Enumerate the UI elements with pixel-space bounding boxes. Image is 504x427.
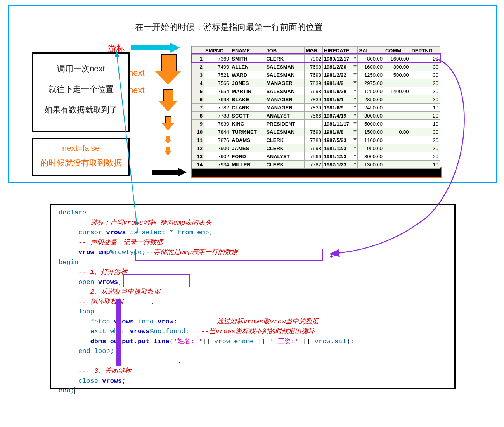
- cell: 950.00: [358, 144, 384, 152]
- cell: 1981/4/2: [322, 79, 358, 87]
- cell: SALESMAN: [265, 87, 305, 95]
- cell: 30: [410, 128, 440, 136]
- cell: 7788: [204, 112, 230, 120]
- table-row: 87788SCOTTANALYST75661987/4/193000.0020: [192, 112, 440, 120]
- arrow-orange-small-icon: [162, 116, 174, 131]
- ident-sal: vrow.sal: [315, 338, 346, 345]
- cell: SALESMAN: [265, 128, 305, 136]
- blue-underline: [176, 239, 272, 239]
- col-header: [192, 47, 204, 55]
- col-header: COMM: [384, 47, 410, 55]
- cell: 7839: [204, 120, 230, 128]
- arrow-orange-large-icon: [154, 54, 182, 85]
- cell: 7566: [204, 79, 230, 87]
- cell: MILLER: [230, 161, 265, 169]
- cell: 7844: [204, 128, 230, 136]
- cell: BLAKE: [230, 95, 265, 104]
- cell: 1981/5/1: [322, 95, 358, 104]
- cell: [384, 104, 410, 112]
- cell: 7698: [305, 63, 323, 71]
- table-row: 17369SMITHCLERK79021980/12/17800.001600.…: [192, 55, 440, 63]
- cell: CLERK: [265, 55, 305, 63]
- cell: 30: [410, 63, 440, 71]
- cell: 1500.00: [358, 128, 384, 136]
- cell: 1250.00: [358, 87, 384, 95]
- cell: [384, 152, 410, 161]
- cell: 1981/9/28: [322, 87, 358, 95]
- cell: FORD: [230, 152, 265, 161]
- cell: 2975.00: [358, 79, 384, 87]
- string: ' 工资:': [270, 338, 299, 345]
- cell: 7839: [305, 104, 323, 112]
- cell: 1600.00: [384, 55, 410, 63]
- table-row: 107844TUR%NETSALESMAN76981981/9/81500.00…: [192, 128, 440, 136]
- cell: 1981/11/17: [322, 120, 358, 128]
- col-header: HIREDATE: [322, 47, 358, 55]
- code-comment: -- 游标：声明vrows游标 指向emp表的表头: [78, 219, 211, 226]
- cell: 7566: [305, 152, 323, 161]
- purple-code-box-1: [135, 249, 323, 261]
- cell: ANALYST: [265, 152, 305, 161]
- cell: 7902: [305, 55, 323, 63]
- cell: 7: [192, 104, 204, 112]
- cell: 1980/12/17: [322, 55, 358, 63]
- cell: 20: [410, 55, 440, 63]
- cell: SCOTT: [230, 112, 265, 120]
- table-row: 97839KINGPRESIDENT1981/11/175000.0010: [192, 120, 440, 128]
- cell: KING: [230, 120, 265, 128]
- ident-vrow: vrow: [158, 318, 173, 325]
- ident-emp: emp: [98, 249, 110, 256]
- cell: 8: [192, 112, 204, 120]
- cell: 14: [192, 161, 204, 169]
- cell: 1987/5/23: [322, 136, 358, 144]
- emp-table: EMPNOENAMEJOBMGRHIREDATESALCOMMDEPTNO173…: [191, 46, 440, 169]
- table-row: 137902FORDANALYST75661981/12/33000.0020: [192, 152, 440, 161]
- cell: 7369: [204, 55, 230, 63]
- semi: ;: [118, 278, 122, 286]
- cell: [384, 95, 410, 104]
- cell: CLERK: [265, 144, 305, 152]
- ident-vrows: vrows: [106, 229, 126, 236]
- box1-line3: 如果有数据就取到了: [33, 104, 128, 115]
- cell: JONES: [230, 79, 265, 87]
- cell: MANAGER: [265, 79, 305, 87]
- cell: 1981/2/22: [322, 71, 358, 79]
- cell: ALLEN: [230, 63, 265, 71]
- cell: 7698: [305, 144, 323, 152]
- next-label-2: next: [128, 85, 145, 95]
- cell: 7902: [204, 152, 230, 161]
- cell: 7876: [204, 136, 230, 144]
- cell: 4: [192, 79, 204, 87]
- cell: 1981/2/20: [322, 63, 358, 71]
- cell: SMITH: [230, 55, 265, 63]
- box1-line2: 就往下走一个位置: [33, 84, 128, 95]
- code-comment: -- 通过游标vrows取vrow当中的数据: [205, 318, 319, 325]
- kw-endloop: end loop;: [78, 347, 114, 355]
- cell: 7788: [305, 136, 323, 144]
- cell: 1981/12/3: [322, 144, 358, 152]
- cell: 7782: [305, 161, 323, 169]
- arrow-cyan-icon: [131, 43, 182, 53]
- cell: [384, 161, 410, 169]
- cell: 1600.00: [358, 63, 384, 71]
- table-row: 147934MILLERCLERK77821982/1/231300.0010: [192, 161, 440, 169]
- cell: SALESMAN: [265, 71, 305, 79]
- cell: 7499: [204, 63, 230, 71]
- cell: MARTIN: [230, 87, 265, 95]
- cell: 7698: [305, 87, 323, 95]
- kw-begin: begin: [59, 259, 78, 266]
- cell: 7521: [204, 71, 230, 79]
- table-row: 57654MARTINSALESMAN76981981/9/281250.001…: [192, 87, 440, 95]
- table-row: 37521WARDSALESMAN76981981/2/221250.00500…: [192, 71, 440, 79]
- purple-loop-bar: [116, 299, 121, 366]
- diagram-title: 在一开始的时候，游标是指向最第一行前面的位置: [135, 21, 323, 33]
- cell: WARD: [230, 71, 265, 79]
- cell: 1981/9/8: [322, 128, 358, 136]
- table-row: 27499ALLENSALESMAN76981981/2/201600.0030…: [192, 63, 440, 71]
- cell: 7839: [305, 79, 323, 87]
- cell: JAMES: [230, 144, 265, 152]
- cell: [384, 79, 410, 87]
- kw-into: into: [138, 318, 154, 325]
- cell: 7782: [204, 104, 230, 112]
- table-row: 67698BLAKEMANAGER78391981/5/12850.0030: [192, 95, 440, 104]
